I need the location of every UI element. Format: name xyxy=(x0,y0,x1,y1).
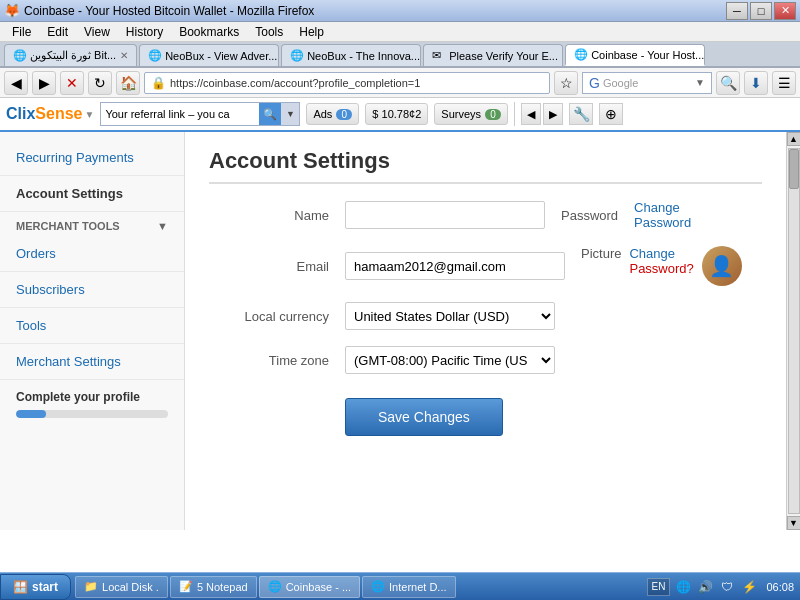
sidebar-item-tools[interactable]: Tools xyxy=(0,308,184,344)
language-button[interactable]: EN xyxy=(647,578,671,596)
save-button-row: Save Changes xyxy=(209,390,762,436)
notepad-label: 5 Notepad xyxy=(197,581,248,593)
tab-coinbase-label: Coinbase - Your Host... xyxy=(591,49,704,61)
sidebar-section-merchant: MERCHANT TOOLS ▼ xyxy=(0,212,184,236)
menu-file[interactable]: File xyxy=(4,22,39,41)
reload-button[interactable]: ↻ xyxy=(88,71,112,95)
email-row: Email Picture Change Password? 👤 xyxy=(209,246,762,286)
close-button[interactable]: ✕ xyxy=(774,2,796,20)
sidebar-item-account-settings[interactable]: Account Settings xyxy=(0,176,184,212)
menu-button[interactable]: ☰ xyxy=(772,71,796,95)
sidebar-item-merchant-settings[interactable]: Merchant Settings xyxy=(0,344,184,380)
stop-button[interactable]: ✕ xyxy=(60,71,84,95)
change-password-link1[interactable]: Change xyxy=(634,200,691,215)
back-button[interactable]: ◀ xyxy=(4,71,28,95)
start-label: start xyxy=(32,580,58,594)
home-button[interactable]: 🏠 xyxy=(116,71,140,95)
tab-coinbase[interactable]: 🌐 Coinbase - Your Host... ✕ xyxy=(565,44,705,66)
surveys-count: 0 xyxy=(485,109,501,120)
taskbar-system-tray: EN 🌐 🔊 🛡 ⚡ 06:08 xyxy=(647,578,800,596)
menu-tools[interactable]: Tools xyxy=(247,22,291,41)
clixsense-toolbar: ClixSense ▼ 🔍 ▼ Ads 0 $ 10.78¢2 Surveys … xyxy=(0,98,800,132)
toolbar-next-button[interactable]: ▶ xyxy=(543,103,563,125)
toolbar-tools-button[interactable]: 🔧 xyxy=(569,103,593,125)
change-password-link2[interactable]: Password xyxy=(634,215,691,230)
tab-neobux1-label: NeoBux - View Adver... xyxy=(165,50,277,62)
forward-button[interactable]: ▶ xyxy=(32,71,56,95)
ads-badge: Ads 0 xyxy=(306,103,359,125)
save-changes-button[interactable]: Save Changes xyxy=(345,398,503,436)
antivirus-icon: 🛡 xyxy=(718,578,736,596)
ads-label: Ads xyxy=(313,108,332,120)
toolbar-divider xyxy=(514,102,515,126)
tab-bitcoin-label: ثورة البيتكوين Bit... xyxy=(30,49,116,62)
internet-icon: 🌐 xyxy=(371,580,385,593)
change-email-links: Change Password? xyxy=(629,246,693,276)
taskbar-internet[interactable]: 🌐 Internet D... xyxy=(362,576,455,598)
tab-neobux1[interactable]: 🌐 NeoBux - View Adver... ✕ xyxy=(139,44,279,66)
profile-progress-fill xyxy=(16,410,46,418)
search-label: Google xyxy=(603,77,638,89)
currency-label: Local currency xyxy=(209,309,329,324)
forgot-password-link[interactable]: Password? xyxy=(629,261,693,276)
scroll-up-button[interactable]: ▲ xyxy=(787,132,801,146)
clixsense-search-dropdown[interactable]: ▼ xyxy=(281,103,299,125)
clixsense-search-button[interactable]: 🔍 xyxy=(259,103,281,125)
name-row: Name Password Change Password xyxy=(209,200,762,230)
download-button[interactable]: ⬇ xyxy=(744,71,768,95)
battery-icon: ⚡ xyxy=(740,578,758,596)
email-label: Email xyxy=(209,259,329,274)
menu-view[interactable]: View xyxy=(76,22,118,41)
maximize-button[interactable]: □ xyxy=(750,2,772,20)
taskbar-coinbase[interactable]: 🌐 Coinbase - ... xyxy=(259,576,360,598)
tab-bitcoin[interactable]: 🌐 ثورة البيتكوين Bit... ✕ xyxy=(4,44,137,66)
sidebar-item-subscribers[interactable]: Subscribers xyxy=(0,272,184,308)
surveys-label: Surveys xyxy=(441,108,481,120)
tab-neobux2[interactable]: 🌐 NeoBux - The Innova... ✕ xyxy=(281,44,421,66)
profile-complete-title: Complete your profile xyxy=(16,390,168,404)
address-bar[interactable]: 🔒 https://coinbase.com/account?profile_c… xyxy=(144,72,550,94)
menu-edit[interactable]: Edit xyxy=(39,22,76,41)
email-input[interactable] xyxy=(345,252,565,280)
taskbar-notepad[interactable]: 📝 5 Notepad xyxy=(170,576,257,598)
clixsense-search-input[interactable] xyxy=(101,103,259,125)
name-input[interactable] xyxy=(345,201,545,229)
sidebar-profile: Complete your profile xyxy=(0,380,184,428)
picture-section: Picture Change Password? 👤 xyxy=(581,246,742,286)
password-label: Password xyxy=(561,208,618,223)
start-button[interactable]: 🪟 start xyxy=(0,574,71,600)
clock: 06:08 xyxy=(766,581,794,593)
picture-links-group: Change Password? xyxy=(629,246,693,276)
change-email-link[interactable]: Change xyxy=(629,246,693,261)
scroll-down-button[interactable]: ▼ xyxy=(787,516,801,530)
folder-icon: 📁 xyxy=(84,580,98,593)
coinbase-label: Coinbase - ... xyxy=(286,581,351,593)
taskbar-local-disk[interactable]: 📁 Local Disk . xyxy=(75,576,168,598)
clixsense-search-box[interactable]: 🔍 ▼ xyxy=(100,102,300,126)
menu-help[interactable]: Help xyxy=(291,22,332,41)
tab-neobux2-label: NeoBux - The Innova... xyxy=(307,50,420,62)
search-dropdown-icon[interactable]: ▼ xyxy=(695,77,705,88)
sidebar-item-orders[interactable]: Orders xyxy=(0,236,184,272)
coinbase-icon: 🌐 xyxy=(268,580,282,593)
tab-verify-close[interactable]: ✕ xyxy=(562,50,563,61)
scroll-thumb[interactable] xyxy=(789,149,799,189)
window-title: Coinbase - Your Hosted Bitcoin Wallet - … xyxy=(24,4,726,18)
tab-bitcoin-close[interactable]: ✕ xyxy=(120,50,128,61)
minimize-button[interactable]: ─ xyxy=(726,2,748,20)
sidebar-item-recurring[interactable]: Recurring Payments xyxy=(0,140,184,176)
star-button[interactable]: ☆ xyxy=(554,71,578,95)
clixsense-logo: ClixSense ▼ xyxy=(6,105,94,123)
currency-select[interactable]: United States Dollar (USD) Euro (EUR) Br… xyxy=(345,302,555,330)
toolbar-settings-button[interactable]: ⊕ xyxy=(599,103,623,125)
menu-bookmarks[interactable]: Bookmarks xyxy=(171,22,247,41)
scroll-track[interactable] xyxy=(788,148,800,514)
menu-history[interactable]: History xyxy=(118,22,171,41)
tab-verify[interactable]: ✉ Please Verify Your E... ✕ xyxy=(423,44,563,66)
tab-verify-icon: ✉ xyxy=(432,49,446,63)
search-button[interactable]: 🔍 xyxy=(716,71,740,95)
timezone-select[interactable]: (GMT-08:00) Pacific Time (US (GMT-05:00)… xyxy=(345,346,555,374)
scrollbar[interactable]: ▲ ▼ xyxy=(786,132,800,530)
tabs-bar: 🌐 ثورة البيتكوين Bit... ✕ 🌐 NeoBux - Vie… xyxy=(0,42,800,68)
toolbar-prev-button[interactable]: ◀ xyxy=(521,103,541,125)
